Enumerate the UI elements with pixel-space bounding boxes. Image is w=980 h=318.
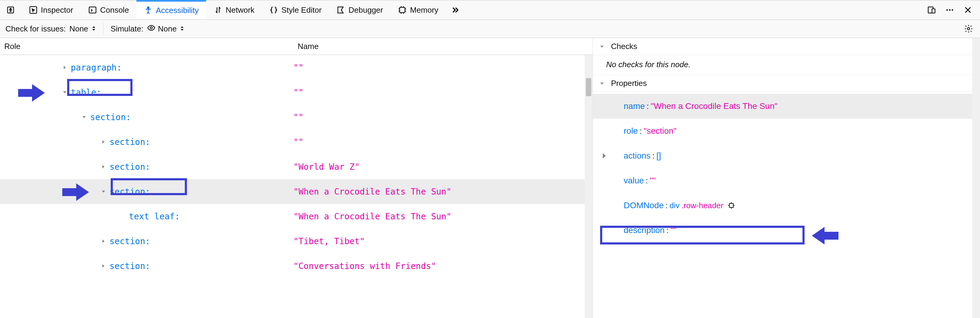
- role-text: text leaf:: [129, 211, 180, 221]
- property-value: "": [671, 226, 677, 235]
- name-cell: "": [293, 87, 593, 97]
- checks-section-header[interactable]: Checks: [593, 38, 980, 55]
- debugger-icon: [336, 5, 345, 14]
- property-key: value: [624, 176, 644, 186]
- domnode-value[interactable]: div.row-header: [670, 201, 736, 210]
- scrollbar[interactable]: [972, 38, 980, 318]
- tabs-overflow-button[interactable]: [446, 1, 465, 19]
- tree-row[interactable]: paragraph:"": [0, 55, 593, 80]
- check-issues-dropdown[interactable]: None: [69, 24, 95, 33]
- checks-title: Checks: [611, 42, 637, 51]
- simulate-dropdown[interactable]: None: [147, 24, 184, 34]
- colon: :: [667, 226, 668, 235]
- name-cell: "": [293, 112, 593, 122]
- property-key: role: [624, 126, 638, 136]
- role-text: section:: [110, 261, 150, 271]
- tab-network[interactable]: Network: [206, 1, 262, 19]
- property-row-value[interactable]: value: "": [593, 168, 980, 193]
- accessibility-tree-panel: Role Name paragraph:""table:""section:""…: [0, 38, 593, 318]
- a11y-picker-icon: [6, 5, 15, 14]
- scrollbar-thumb[interactable]: [586, 78, 591, 96]
- twisty-right-icon[interactable]: [99, 262, 108, 270]
- tab-accessibility[interactable]: Accessibility: [137, 0, 206, 19]
- domnode-class: .row-header: [681, 201, 724, 210]
- svg-point-11: [150, 27, 152, 29]
- role-text: paragraph:: [71, 63, 122, 73]
- twisty-down-icon[interactable]: [80, 113, 88, 121]
- gear-icon[interactable]: [964, 24, 974, 33]
- tree-row[interactable]: table:"": [0, 80, 593, 105]
- accessibility-picker-button[interactable]: [0, 1, 21, 19]
- tab-debugger[interactable]: Debugger: [329, 1, 390, 19]
- tab-memory[interactable]: Memory: [390, 1, 446, 19]
- style-editor-icon: [269, 5, 278, 14]
- responsive-design-icon[interactable]: [927, 5, 937, 15]
- tree-row[interactable]: section:"Conversations with Friends": [0, 254, 593, 278]
- property-value: "section": [644, 126, 677, 136]
- scrollbar[interactable]: [585, 55, 593, 318]
- twisty-right-icon[interactable]: [99, 138, 108, 146]
- column-header-role[interactable]: Role: [0, 38, 293, 54]
- twisty-down-icon[interactable]: [60, 88, 69, 97]
- name-cell: "World War Z": [293, 162, 593, 172]
- target-icon[interactable]: [727, 202, 735, 209]
- devtools-tabs-bar: Inspector Console Accessibility Network …: [0, 0, 980, 20]
- svg-rect-3: [89, 7, 96, 13]
- property-row-actions[interactable]: actions: []: [593, 143, 980, 168]
- tree-row[interactable]: section:"": [0, 129, 593, 154]
- tree-row[interactable]: text leaf:"When a Crocodile Eats The Sun…: [0, 204, 593, 229]
- tree-header: Role Name: [0, 38, 593, 55]
- tree-row[interactable]: section:"World War Z": [0, 154, 593, 179]
- tab-style-editor[interactable]: Style Editor: [262, 1, 329, 19]
- main-panels: Role Name paragraph:""table:""section:""…: [0, 38, 980, 318]
- property-row-domnode[interactable]: DOMNode: div.row-header: [593, 193, 980, 218]
- tab-label: Accessibility: [156, 6, 199, 15]
- property-key: description: [624, 226, 665, 235]
- accessibility-toolbar: Check for issues: None Simulate: None: [0, 20, 980, 38]
- twisty-right-icon[interactable]: [99, 162, 108, 171]
- role-cell: section:: [0, 187, 293, 197]
- twisty-down-icon: [598, 79, 606, 88]
- property-row-name[interactable]: name: "When a Crocodile Eats The Sun": [593, 94, 980, 119]
- checks-body: No checks for this node.: [593, 55, 980, 75]
- console-icon: [88, 5, 97, 14]
- twisty-right-icon[interactable]: [60, 63, 69, 72]
- svg-rect-13: [730, 204, 733, 208]
- tab-label: Memory: [410, 5, 438, 15]
- name-cell: "": [293, 137, 593, 147]
- tab-console[interactable]: Console: [81, 1, 137, 19]
- column-header-name[interactable]: Name: [293, 38, 593, 54]
- simulate-value: None: [158, 24, 177, 33]
- inspector-icon: [29, 5, 38, 14]
- check-issues-label: Check for issues:: [5, 24, 66, 33]
- svg-point-8: [947, 10, 948, 11]
- name-cell: "Conversations with Friends": [293, 261, 593, 271]
- properties-body: name: "When a Crocodile Eats The Sun"rol…: [593, 92, 980, 243]
- name-cell: "": [293, 63, 593, 73]
- property-row-description[interactable]: description: "": [593, 218, 980, 243]
- tree-row[interactable]: section:"": [0, 105, 593, 129]
- close-icon[interactable]: [963, 5, 973, 15]
- role-cell: section:: [0, 261, 293, 271]
- annotation-arrow: [62, 183, 90, 201]
- toolbar-separator: [103, 23, 103, 35]
- eye-icon: [147, 24, 156, 34]
- tab-label: Debugger: [348, 5, 383, 15]
- chevron-double-right-icon: [451, 5, 460, 14]
- twisty-down-icon[interactable]: [99, 187, 108, 196]
- property-row-role[interactable]: role: "section": [593, 119, 980, 143]
- svg-point-12: [967, 27, 970, 30]
- check-issues-value: None: [69, 24, 88, 33]
- tab-label: Inspector: [41, 5, 73, 15]
- tree-row[interactable]: section:"Tibet, Tibet": [0, 229, 593, 254]
- property-key: actions: [624, 151, 651, 161]
- properties-section-header[interactable]: Properties: [593, 75, 980, 92]
- tab-inspector[interactable]: Inspector: [21, 1, 81, 19]
- property-value: "": [650, 176, 656, 186]
- kebab-menu-icon[interactable]: [945, 5, 955, 15]
- annotation-arrow: [18, 84, 46, 102]
- colon: :: [665, 201, 668, 210]
- twisty-right-icon[interactable]: [600, 152, 609, 160]
- twisty-none: [119, 212, 127, 221]
- twisty-right-icon[interactable]: [99, 237, 108, 245]
